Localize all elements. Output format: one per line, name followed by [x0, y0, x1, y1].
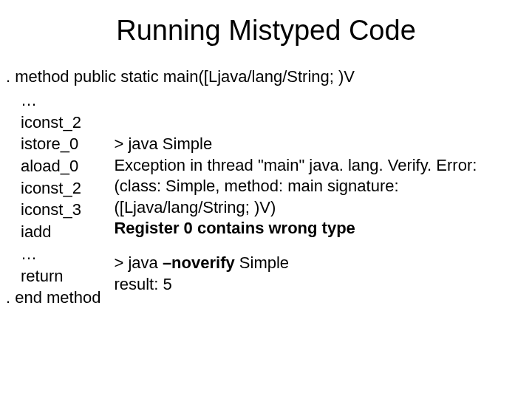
code-line: iconst_2 — [21, 112, 100, 134]
code-line: istore_0 — [21, 133, 100, 155]
method-declaration: . method public static main([Ljava/lang/… — [6, 67, 525, 86]
error-output-block: > java Simple Exception in thread "main"… — [114, 134, 519, 239]
slide-content: . method public static main([Ljava/lang/… — [0, 67, 532, 309]
error-line: ([Ljava/lang/String; )V) — [114, 197, 519, 219]
command-line: > java –noverify Simple — [114, 253, 519, 274]
end-method-line: . end method — [6, 287, 100, 309]
success-output-block: > java –noverify Simple result: 5 — [114, 253, 519, 295]
bytecode-listing: … iconst_2 istore_0 aload_0 iconst_2 ico… — [6, 89, 114, 309]
code-line: iconst_3 — [21, 199, 100, 221]
content-columns: … iconst_2 istore_0 aload_0 iconst_2 ico… — [6, 89, 525, 309]
cmd-flag: –noverify — [163, 253, 235, 272]
command-line: > java Simple — [114, 134, 519, 155]
code-line: aload_0 — [21, 155, 100, 177]
runtime-output: > java Simple Exception in thread "main"… — [114, 89, 525, 295]
code-line: … — [21, 89, 100, 112]
slide-title: Running Mistyped Code — [0, 15, 532, 47]
code-line: iconst_2 — [21, 177, 100, 200]
code-line: … — [21, 243, 100, 265]
code-line: iadd — [21, 221, 100, 243]
error-line: (class: Simple, method: main signature: — [114, 176, 519, 197]
result-line: result: 5 — [114, 274, 519, 296]
error-highlight: Register 0 contains wrong type — [114, 218, 519, 239]
cmd-suffix: Simple — [235, 253, 289, 272]
error-line: Exception in thread "main" java. lang. V… — [114, 155, 519, 177]
cmd-prefix: > java — [114, 253, 162, 272]
code-line: return — [21, 265, 100, 287]
